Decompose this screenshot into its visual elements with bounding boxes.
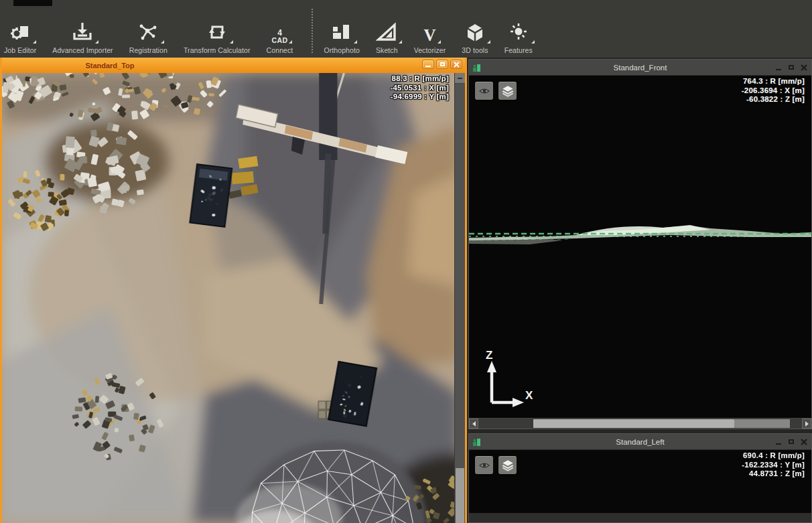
toolbar-button-registration[interactable]: Registration: [129, 19, 167, 54]
top-black-strip: [13, 0, 52, 6]
visibility-toggle-button[interactable]: [475, 456, 493, 474]
window-standard-top: Standard_Top: [0, 58, 467, 523]
scrollbar-thumb[interactable]: [456, 468, 464, 523]
toolbar-label: Connect: [267, 46, 293, 54]
toolbar-separator: [312, 9, 313, 53]
sketch-icon: [376, 19, 397, 44]
eye-icon: [478, 84, 491, 98]
cursor-readout: 690.4 : R [mm/p] -162.2334 : Y [m] 44.87…: [742, 451, 805, 479]
toolbar-button-orthophoto[interactable]: Orthophoto: [324, 19, 360, 54]
toolbar-button-3d-tools[interactable]: 3D tools: [462, 19, 488, 54]
toolbar-button-transform-calculator[interactable]: Transform Calculator: [184, 19, 251, 54]
eye-icon: [478, 459, 491, 472]
visibility-toggle-button[interactable]: [475, 82, 493, 100]
layers-button[interactable]: [498, 82, 517, 100]
vectorizer-icon: V: [423, 19, 435, 44]
layers-icon: [501, 84, 515, 98]
close-icon: [454, 62, 460, 68]
advanced-importer-icon: [71, 19, 94, 44]
toolbar-label: Job Editor: [4, 46, 36, 54]
horizontal-scrollbar[interactable]: [469, 418, 811, 429]
main-toolbar: Job Editor Advanced Importer: [0, 0, 812, 58]
close-icon: [801, 64, 807, 71]
layers-button[interactable]: [498, 456, 517, 474]
close-button[interactable]: [799, 63, 808, 72]
job-editor-icon: [9, 19, 31, 44]
close-button[interactable]: [799, 437, 808, 446]
minimize-button[interactable]: [774, 63, 783, 72]
window-app-icon: [472, 437, 482, 449]
toolbar-button-vectorizer[interactable]: V Vectorizer: [414, 19, 446, 54]
orthophoto-image: [2, 73, 459, 523]
standard-left-titlebar[interactable]: Standard_Left: [469, 434, 811, 450]
cad-connect-icon: 4 CAD: [272, 19, 288, 44]
cursor-readout: 88.3 : R [mm/p] -45.0531 : X [m] -94.699…: [390, 74, 449, 102]
viewport-standard-top[interactable]: 88.3 : R [mm/p] -45.0531 : X [m] -94.699…: [2, 73, 465, 523]
window-title: Standard_Left: [616, 438, 664, 446]
vertical-scrollbar[interactable]: [454, 73, 465, 523]
toolbar-button-job-editor[interactable]: Job Editor: [4, 19, 36, 54]
toolbar-label: Orthophoto: [324, 46, 360, 54]
scrollbar-thumb[interactable]: [533, 419, 734, 428]
toolbar-label: Features: [504, 46, 533, 54]
minimize-button[interactable]: [422, 60, 434, 69]
transform-calculator-icon: [206, 19, 228, 44]
window-standard-front: Standard_Front: [468, 59, 812, 429]
close-icon: [801, 439, 807, 445]
standard-top-titlebar[interactable]: Standard_Top: [2, 58, 465, 73]
window-title: Standard_Front: [614, 64, 667, 72]
toolbar-label: Sketch: [376, 46, 398, 54]
toolbar-label: 3D tools: [462, 46, 488, 54]
toolbar-button-sketch[interactable]: Sketch: [376, 19, 398, 54]
axis-orientation-widget: Z X: [476, 352, 537, 415]
toolbar-label: Registration: [129, 46, 167, 54]
maximize-button[interactable]: [787, 437, 795, 446]
cursor-readout: 764.3 : R [mm/p] -206.3694 : X [m] -60.3…: [742, 77, 805, 104]
toolbar-label: Vectorizer: [414, 46, 446, 54]
maximize-button[interactable]: [436, 60, 448, 69]
viewport-standard-front[interactable]: 764.3 : R [mm/p] -206.3694 : X [m] -60.3…: [469, 76, 811, 419]
window-standard-left: Standard_Left: [468, 433, 812, 523]
viewport-standard-left[interactable]: 690.4 : R [mm/p] -162.2334 : Y [m] 44.87…: [469, 450, 811, 513]
minimize-button[interactable]: [774, 437, 783, 446]
layers-icon: [501, 459, 515, 472]
scroll-right-button[interactable]: [802, 419, 811, 429]
scrollbar-track[interactable]: [478, 419, 802, 429]
features-icon: [507, 19, 530, 44]
standard-front-titlebar[interactable]: Standard_Front: [469, 60, 811, 76]
window-app-icon: [472, 62, 482, 75]
maximize-button[interactable]: [787, 63, 795, 72]
axis-label-x: X: [525, 389, 533, 402]
orthophoto-icon: [331, 19, 352, 44]
toolbar-label: Transform Calculator: [184, 46, 251, 54]
close-button[interactable]: [450, 60, 462, 69]
registration-icon: [137, 19, 159, 44]
scrollbar-thumb-secondary[interactable]: [734, 419, 790, 428]
toolbar-button-features[interactable]: Features: [504, 19, 533, 54]
toolbar-button-connect[interactable]: 4 CAD Connect: [267, 19, 293, 54]
axis-label-z: Z: [486, 349, 492, 362]
window-title: Standard_Top: [85, 62, 134, 70]
3d-tools-icon: [464, 19, 486, 44]
toolbar-button-advanced-importer[interactable]: Advanced Importer: [52, 19, 113, 54]
toolbar-label: Advanced Importer: [52, 46, 113, 54]
scroll-up-button[interactable]: [455, 73, 465, 84]
scroll-left-button[interactable]: [469, 419, 478, 429]
